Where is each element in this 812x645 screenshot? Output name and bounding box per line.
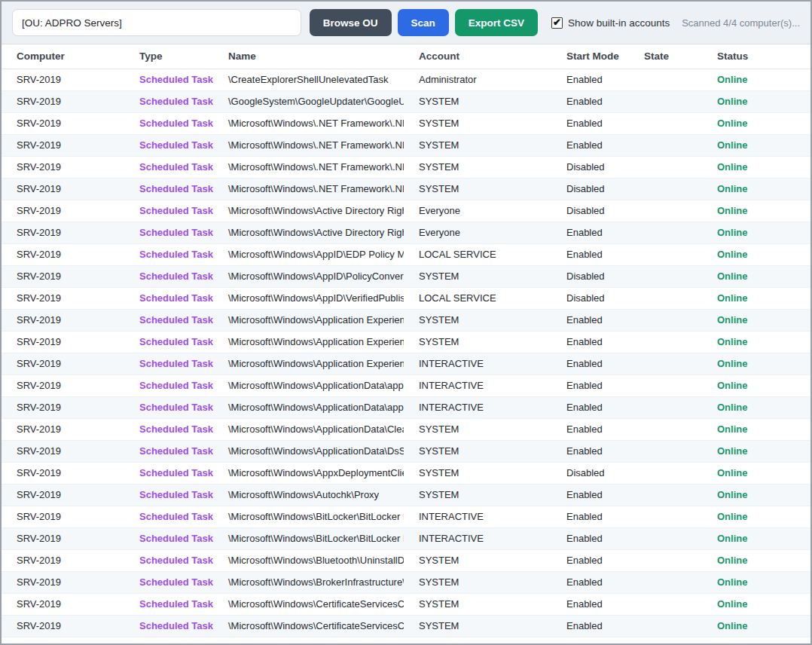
cell-account: SYSTEM — [404, 637, 551, 643]
cell-account: SYSTEM — [404, 462, 551, 484]
table-row[interactable]: SRV-2019 Scheduled Task \Microsoft\Windo… — [2, 549, 810, 571]
cell-account: LOCAL SERVICE — [404, 287, 551, 309]
cell-type: Scheduled Task — [124, 571, 213, 593]
cell-account: SYSTEM — [404, 134, 551, 156]
table-row[interactable]: SRV-2019 Scheduled Task \Microsoft\Windo… — [2, 222, 810, 243]
cell-name: \Microsoft\Windows\.NET Framework\.NET — [213, 112, 404, 134]
cell-name: \Microsoft\Windows\ApplicationData\app — [213, 396, 404, 418]
cell-name: \Microsoft\Windows\CertificateServicesCl… — [213, 615, 404, 637]
table-row[interactable]: SRV-2019 Scheduled Task \Microsoft\Windo… — [2, 593, 810, 615]
show-builtin-label: Show built-in accounts — [568, 17, 670, 29]
cell-status: Online — [702, 615, 810, 637]
table-row[interactable]: SRV-2019 Scheduled Task \Microsoft\Windo… — [2, 309, 810, 331]
cell-account: INTERACTIVE — [404, 506, 551, 527]
cell-name: \Microsoft\Windows\Application Experien — [213, 309, 404, 331]
cell-account: Everyone — [404, 200, 551, 222]
cell-name: \Microsoft\Windows\ApplicationData\app — [213, 374, 404, 396]
table-row[interactable]: SRV-2019 Scheduled Task \Microsoft\Windo… — [2, 462, 810, 484]
cell-start-mode: Enabled — [551, 527, 629, 549]
cell-status: Online — [702, 484, 810, 506]
cell-state — [629, 353, 702, 374]
cell-name: \Microsoft\Windows\ApplicationData\DsS — [213, 440, 404, 462]
browse-ou-button[interactable]: Browse OU — [310, 9, 392, 36]
table-row[interactable]: SRV-2019 Scheduled Task \Microsoft\Windo… — [2, 571, 810, 593]
cell-computer: SRV-2019 — [2, 222, 124, 243]
cell-name: \Microsoft\Windows\.NET Framework\.NET — [213, 156, 404, 178]
table-row[interactable]: SRV-2019 Scheduled Task \Microsoft\Windo… — [2, 243, 810, 265]
cell-computer: SRV-2019 — [2, 396, 124, 418]
cell-name: \Microsoft\Windows\Bluetooth\UninstallD — [213, 549, 404, 571]
cell-state — [629, 527, 702, 549]
app-window: Browse OU Scan Export CSV Show built-in … — [0, 0, 812, 645]
cell-computer: SRV-2019 — [2, 90, 124, 112]
table-row[interactable]: SRV-2019 Scheduled Task \Microsoft\Windo… — [2, 200, 810, 222]
cell-start-mode: Enabled — [551, 593, 629, 615]
cell-computer: SRV-2019 — [2, 134, 124, 156]
cell-status: Online — [702, 134, 810, 156]
cell-state — [629, 90, 702, 112]
table-row[interactable]: SRV-2019 Scheduled Task \Microsoft\Windo… — [2, 637, 810, 643]
table-row[interactable]: SRV-2019 Scheduled Task \Microsoft\Windo… — [2, 287, 810, 309]
table-row[interactable]: SRV-2019 Scheduled Task \GoogleSystem\Go… — [2, 90, 810, 112]
show-builtin-checkbox[interactable] — [551, 17, 563, 29]
cell-state — [629, 200, 702, 222]
cell-status: Online — [702, 353, 810, 374]
cell-account: SYSTEM — [404, 593, 551, 615]
cell-status: Online — [702, 571, 810, 593]
table-row[interactable]: SRV-2019 Scheduled Task \Microsoft\Windo… — [2, 265, 810, 287]
table-row[interactable]: SRV-2019 Scheduled Task \Microsoft\Windo… — [2, 374, 810, 396]
table-row[interactable]: SRV-2019 Scheduled Task \Microsoft\Windo… — [2, 353, 810, 374]
results-table-body: SRV-2019 Scheduled Task \CreateExplorerS… — [2, 69, 810, 643]
table-row[interactable]: SRV-2019 Scheduled Task \CreateExplorerS… — [2, 69, 810, 90]
table-row[interactable]: SRV-2019 Scheduled Task \Microsoft\Windo… — [2, 178, 810, 200]
cell-status: Online — [702, 462, 810, 484]
cell-name: \Microsoft\Windows\Application Experien — [213, 331, 404, 353]
column-header-start-mode: Start Mode — [551, 44, 629, 69]
cell-status: Online — [702, 309, 810, 331]
cell-state — [629, 593, 702, 615]
cell-type: Scheduled Task — [124, 396, 213, 418]
cell-type: Scheduled Task — [124, 287, 213, 309]
export-csv-button[interactable]: Export CSV — [455, 9, 538, 36]
cell-start-mode: Disabled — [551, 287, 629, 309]
table-header: Computer Type Name Account Start Mode St… — [2, 44, 810, 69]
cell-computer: SRV-2019 — [2, 440, 124, 462]
cell-start-mode: Enabled — [551, 484, 629, 506]
cell-status: Online — [702, 265, 810, 287]
cell-state — [629, 506, 702, 527]
cell-computer: SRV-2019 — [2, 353, 124, 374]
cell-account: Administrator — [404, 69, 551, 90]
cell-type: Scheduled Task — [124, 637, 213, 643]
cell-name: \Microsoft\Windows\ApplicationData\Clea — [213, 418, 404, 440]
table-row[interactable]: SRV-2019 Scheduled Task \Microsoft\Windo… — [2, 440, 810, 462]
table-row[interactable]: SRV-2019 Scheduled Task \Microsoft\Windo… — [2, 484, 810, 506]
scan-button[interactable]: Scan — [398, 9, 449, 36]
table-row[interactable]: SRV-2019 Scheduled Task \Microsoft\Windo… — [2, 134, 810, 156]
table-row[interactable]: SRV-2019 Scheduled Task \Microsoft\Windo… — [2, 112, 810, 134]
cell-type: Scheduled Task — [124, 112, 213, 134]
cell-type: Scheduled Task — [124, 90, 213, 112]
cell-type: Scheduled Task — [124, 309, 213, 331]
cell-start-mode: Disabled — [551, 178, 629, 200]
cell-account: SYSTEM — [404, 440, 551, 462]
table-row[interactable]: SRV-2019 Scheduled Task \Microsoft\Windo… — [2, 156, 810, 178]
cell-state — [629, 112, 702, 134]
table-row[interactable]: SRV-2019 Scheduled Task \Microsoft\Windo… — [2, 527, 810, 549]
cell-state — [629, 462, 702, 484]
cell-account: SYSTEM — [404, 418, 551, 440]
cell-computer: SRV-2019 — [2, 287, 124, 309]
show-builtin-toggle[interactable]: Show built-in accounts — [551, 17, 670, 29]
toolbar: Browse OU Scan Export CSV Show built-in … — [2, 2, 810, 44]
table-row[interactable]: SRV-2019 Scheduled Task \Microsoft\Windo… — [2, 396, 810, 418]
cell-computer: SRV-2019 — [2, 309, 124, 331]
cell-start-mode: Enabled — [551, 615, 629, 637]
cell-status: Online — [702, 527, 810, 549]
cell-status: Online — [702, 374, 810, 396]
table-row[interactable]: SRV-2019 Scheduled Task \Microsoft\Windo… — [2, 615, 810, 637]
cell-state — [629, 571, 702, 593]
table-row[interactable]: SRV-2019 Scheduled Task \Microsoft\Windo… — [2, 506, 810, 527]
cell-start-mode: Enabled — [551, 396, 629, 418]
table-row[interactable]: SRV-2019 Scheduled Task \Microsoft\Windo… — [2, 331, 810, 353]
table-row[interactable]: SRV-2019 Scheduled Task \Microsoft\Windo… — [2, 418, 810, 440]
ou-input[interactable] — [12, 9, 301, 36]
